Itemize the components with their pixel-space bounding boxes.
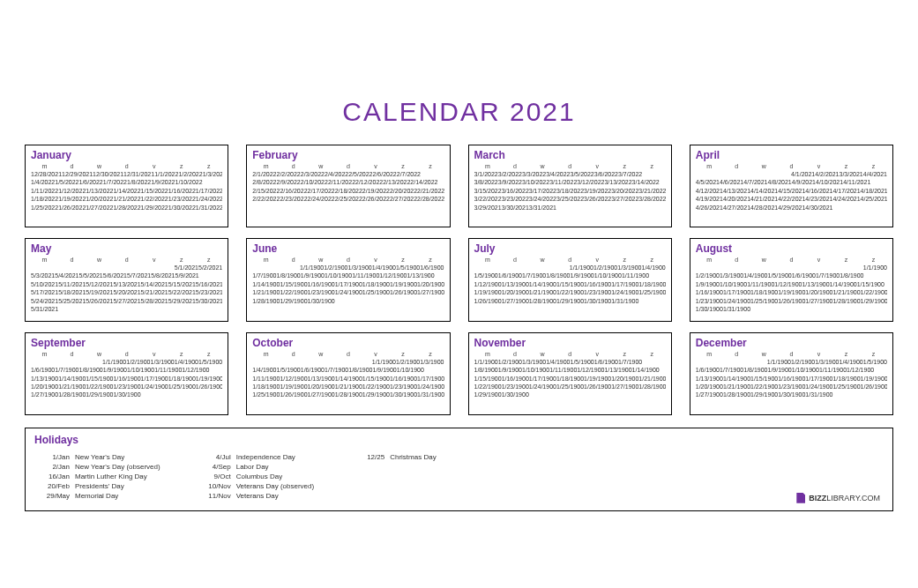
day-row: 3/29/20213/30/20213/31/2021 (474, 204, 666, 212)
day-headers: mdwdvzz (474, 163, 666, 169)
logo-text: BIZZLIBRARY.COM (809, 494, 880, 502)
holiday-name: Veterans Day (observed) (236, 482, 315, 490)
day-row: 5/17/20215/18/20215/19/20215/20/20215/21… (31, 288, 222, 296)
day-row: 1/13/19001/14/19001/15/19001/16/19001/17… (696, 375, 887, 383)
day-headers: mdwdvzz (31, 351, 222, 357)
day-headers: mdwdvzz (252, 163, 444, 169)
day-row: 1/1/19001/2/19001/3/19001/4/19001/5/1900… (474, 358, 666, 366)
month-name: April (696, 149, 887, 161)
holiday-date: 10/Nov (196, 482, 231, 490)
day-headers: mdwdvzz (696, 163, 887, 169)
day-row: 1/27/19001/28/19001/29/19001/30/19001/31… (696, 391, 887, 398)
holiday-entry: 1/JanNew Year's Day (34, 453, 160, 461)
month-box: Augustmdwdvzz1/1/19001/2/19001/3/19001/4… (690, 238, 893, 322)
holiday-entry: 29/MayMemorial Day (34, 492, 160, 500)
day-headers: mdwdvzz (31, 163, 222, 169)
month-name: September (31, 337, 222, 349)
month-name: October (252, 337, 444, 349)
month-box: Junemdwdvzz1/1/19001/2/19001/3/19001/4/1… (246, 238, 450, 322)
holiday-date: 2/Jan (34, 463, 70, 471)
month-box: Novembermdwdvzz1/1/19001/2/19001/3/19001… (468, 332, 672, 415)
day-row: 1/6/19001/7/19001/8/19001/9/19001/10/190… (31, 366, 222, 374)
day-row: 1/25/20221/26/20221/27/20221/28/20221/29… (31, 204, 222, 212)
logo: BIZZLIBRARY.COM (796, 493, 880, 503)
day-row: 1/18/20221/19/20221/20/20221/21/20221/22… (31, 195, 222, 203)
month-box: Februarymdwdvzz2/1/20222/2/20222/3/20222… (246, 145, 450, 227)
day-headers: mdwdvzz (31, 257, 222, 263)
day-headers: mdwdvzz (252, 257, 444, 263)
holiday-date: 12/25 (349, 453, 384, 461)
holiday-name: Presidents' Day (75, 482, 124, 490)
day-row: 1/20/19001/21/19001/22/19001/23/19001/24… (696, 383, 887, 391)
month-name: January (31, 149, 222, 161)
holiday-entry: 12/25Christmas Day (349, 453, 436, 461)
holiday-date: 1/Jan (34, 453, 70, 461)
day-headers: mdwdvzz (252, 351, 444, 357)
day-row: 1/23/19001/24/19001/25/19001/26/19001/27… (696, 297, 887, 305)
day-row: 1/7/19001/8/19001/9/19001/10/19001/11/19… (252, 272, 444, 279)
holidays-column: 12/25Christmas Day (349, 453, 436, 502)
day-row: 3/8/20223/9/20223/10/20223/11/20223/12/2… (474, 178, 666, 186)
logo-icon (796, 493, 805, 503)
day-row: 1/21/19001/22/19001/23/19001/24/19001/25… (252, 288, 444, 296)
month-name: July (474, 242, 666, 255)
holiday-date: 16/Jan (34, 473, 70, 480)
month-name: November (474, 337, 666, 349)
day-row: 1/1/19001/2/19001/3/19001/4/19001/5/1900… (252, 264, 444, 272)
holiday-date: 29/May (34, 492, 70, 500)
day-row: 2/22/20222/23/20222/24/20222/25/20222/26… (252, 195, 444, 203)
month-name: February (252, 149, 444, 161)
day-headers: mdwdvzz (474, 257, 666, 263)
holiday-entry: 10/NovVeterans Day (observed) (196, 482, 315, 490)
day-row: 1/28/19001/29/19001/30/1900 (252, 297, 444, 305)
holiday-entry: 4/JulIndependence Day (196, 453, 315, 461)
day-row: 1/8/19001/9/19001/10/19001/11/19001/12/1… (474, 366, 666, 374)
holiday-name: Veterans Day (236, 492, 279, 500)
day-row: 1/16/19001/17/19001/18/19001/19/19001/20… (696, 288, 887, 296)
day-row: 5/31/2021 (31, 305, 222, 313)
day-row: 2/8/20222/9/20222/10/20222/11/20222/12/2… (252, 178, 444, 186)
month-name: August (696, 242, 887, 255)
day-row: 1/11/19001/12/19001/13/19001/14/19001/15… (252, 375, 444, 383)
holiday-entry: 20/FebPresidents' Day (34, 482, 160, 490)
holidays-column: 1/JanNew Year's Day2/JanNew Year's Day (… (34, 453, 160, 502)
month-box: Aprilmdwdvzz4/1/20214/2/20213/3/20214/4/… (690, 145, 893, 227)
day-row: 2/15/20222/16/20222/17/20222/18/20222/19… (252, 187, 444, 195)
day-row: 4/12/20214/13/20214/14/20214/15/20214/16… (696, 187, 887, 195)
holiday-entry: 16/JanMartin Luther King Day (34, 473, 160, 480)
day-row: 3/15/20223/16/20223/17/20223/18/20223/19… (474, 187, 666, 195)
day-row: 2/1/20222/2/20222/3/20222/4/20222/5/2022… (252, 170, 444, 178)
holiday-entry: 9/OctColumbus Day (196, 473, 315, 480)
holidays-box: Holidays 1/JanNew Year's Day2/JanNew Yea… (25, 428, 893, 511)
month-box: Maymdwdvzz5/1/20215/2/20215/3/20215/4/20… (25, 238, 228, 322)
day-row: 1/30/19001/31/1900 (696, 305, 887, 313)
holiday-date: 20/Feb (34, 482, 70, 490)
holidays-columns: 1/JanNew Year's Day2/JanNew Year's Day (… (34, 453, 884, 502)
holiday-name: Martin Luther King Day (75, 473, 147, 480)
month-name: June (252, 242, 444, 255)
holiday-date: 11/Nov (196, 492, 231, 500)
day-headers: mdwdvzz (696, 351, 887, 357)
day-row: 1/1/19001/2/19001/3/19001/4/19001/5/1900 (31, 358, 222, 366)
day-row: 1/29/19001/30/1900 (474, 391, 666, 398)
month-box: Julymdwdvzz1/1/19001/2/19001/3/19001/4/1… (468, 238, 672, 322)
day-row: 1/19/19001/20/19001/21/19001/22/19001/23… (474, 288, 666, 296)
month-box: Marchmdwdvzz3/1/20223/2/20223/3/20223/4/… (468, 145, 672, 227)
month-box: Septembermdwdvzz1/1/19001/2/19001/3/1900… (25, 332, 228, 415)
holiday-entry: 4/SepLabor Day (196, 463, 315, 471)
months-grid: Januarymdwdvzz12/28/202112/29/202112/30/… (25, 145, 893, 415)
holiday-date: 4/Sep (196, 463, 231, 471)
day-row: 5/1/20215/2/2021 (31, 264, 222, 272)
day-row: 4/26/20214/27/20214/28/20214/29/20214/30… (696, 204, 887, 212)
day-row: 1/26/19001/27/19001/28/19001/29/19001/30… (474, 297, 666, 305)
day-headers: mdwdvzz (474, 351, 666, 357)
month-box: Decembermdwdvzz1/1/19001/2/19001/3/19001… (690, 332, 893, 415)
holiday-name: New Year's Day (75, 453, 124, 461)
day-row: 1/22/19001/23/19001/24/19001/25/19001/26… (474, 383, 666, 391)
day-row: 5/3/20215/4/20215/5/20215/6/20215/7/2021… (31, 272, 222, 279)
day-row: 1/27/19001/28/19001/29/19001/30/1900 (31, 391, 222, 398)
month-name: May (31, 242, 222, 255)
day-row: 4/19/20214/20/20214/21/20214/22/20214/23… (696, 195, 887, 203)
holiday-name: Columbus Day (236, 473, 282, 480)
month-box: Octobermdwdvzz1/1/19001/2/19001/3/19001/… (246, 332, 450, 415)
